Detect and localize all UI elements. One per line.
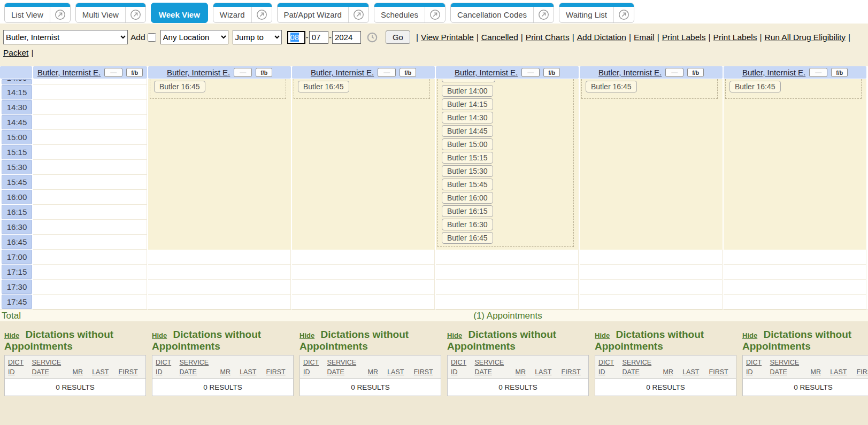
sort-link-service[interactable]: SERVICE xyxy=(179,358,220,367)
slot-button[interactable]: Butler 16:45 xyxy=(729,81,781,92)
link-print-labels[interactable]: Print Labels xyxy=(662,33,706,42)
slot-button[interactable]: Butler 16:15 xyxy=(442,205,493,217)
sort-link-service[interactable]: SERVICE xyxy=(474,358,515,367)
slot-button[interactable]: Butler 14:30 xyxy=(442,112,493,123)
fb-button[interactable]: f/b xyxy=(400,68,416,77)
clock-icon[interactable] xyxy=(366,32,378,43)
open-in-new-window-icon[interactable] xyxy=(614,9,634,20)
slot-button[interactable]: Butler 16:45 xyxy=(154,81,205,92)
sort-link-first[interactable]: FIRST xyxy=(709,367,733,377)
sort-link-id[interactable]: ID xyxy=(8,367,32,377)
slot-button-clipped[interactable] xyxy=(442,79,495,82)
sort-link-mr[interactable]: MR xyxy=(220,367,240,377)
provider-link[interactable]: Butler, Internist E. xyxy=(37,68,101,77)
sort-link-first[interactable]: FIRST xyxy=(562,367,586,377)
sort-link-service[interactable]: SERVICE xyxy=(770,358,810,367)
fb-button[interactable]: f/b xyxy=(543,68,560,77)
sort-link-dict[interactable]: DICT xyxy=(746,358,770,367)
sort-link-dict[interactable]: DICT xyxy=(451,358,474,367)
slot-button[interactable]: Butler 16:45 xyxy=(442,232,493,244)
fb-button[interactable]: f/b xyxy=(831,68,848,77)
sort-link-date[interactable]: DATE xyxy=(770,367,810,377)
collapse-column-button[interactable]: — xyxy=(378,68,396,77)
add-checkbox[interactable] xyxy=(148,33,156,42)
tab-wizard[interactable]: Wizard xyxy=(213,3,272,23)
collapse-column-button[interactable]: — xyxy=(809,68,827,77)
fb-button[interactable]: f/b xyxy=(687,68,704,77)
sort-link-first[interactable]: FIRST xyxy=(857,367,868,377)
sort-link-last[interactable]: LAST xyxy=(830,367,856,377)
date-day-field[interactable]: 07 xyxy=(309,31,328,44)
sort-link-date[interactable]: DATE xyxy=(474,367,515,377)
slot-button[interactable]: Butler 15:45 xyxy=(442,179,493,190)
link-print-labels[interactable]: Print Labels xyxy=(713,33,757,42)
sort-link-id[interactable]: ID xyxy=(598,367,622,377)
sort-link-date[interactable]: DATE xyxy=(179,367,220,377)
date-month-field[interactable]: 08 xyxy=(287,31,305,44)
slot-button[interactable]: Butler 15:30 xyxy=(442,165,493,177)
tab-multi-view[interactable]: Multi View xyxy=(75,3,146,23)
tab-list-view[interactable]: List View xyxy=(4,3,71,23)
sort-link-service[interactable]: SERVICE xyxy=(622,358,663,367)
link-packet[interactable]: Packet xyxy=(3,48,28,57)
tab-week-view[interactable]: Week View xyxy=(151,3,208,23)
hide-link[interactable]: Hide xyxy=(447,331,462,339)
sort-link-id[interactable]: ID xyxy=(746,367,770,377)
collapse-column-button[interactable]: — xyxy=(665,68,683,77)
sort-link-mr[interactable]: MR xyxy=(73,367,93,377)
fb-button[interactable]: f/b xyxy=(256,68,272,77)
sort-link-last[interactable]: LAST xyxy=(387,367,413,377)
link-email[interactable]: Email xyxy=(634,33,655,42)
provider-link[interactable]: Butler, Internist E. xyxy=(742,68,805,77)
date-year-field[interactable]: 2024 xyxy=(332,31,361,44)
sort-link-first[interactable]: FIRST xyxy=(266,367,290,377)
collapse-column-button[interactable]: — xyxy=(521,68,540,77)
link-view-printable[interactable]: View Printable xyxy=(421,33,474,42)
tab-waiting-list[interactable]: Waiting List xyxy=(559,3,634,23)
location-select[interactable]: Any Location xyxy=(160,30,228,44)
collapse-column-button[interactable]: — xyxy=(234,68,252,77)
hide-link[interactable]: Hide xyxy=(595,331,610,339)
slot-button[interactable]: Butler 15:00 xyxy=(442,138,493,150)
slot-button[interactable]: Butler 16:45 xyxy=(586,81,637,92)
open-in-new-window-icon[interactable] xyxy=(126,9,145,20)
slot-button[interactable]: Butler 14:45 xyxy=(442,125,493,137)
hide-link[interactable]: Hide xyxy=(742,331,757,339)
sort-link-last[interactable]: LAST xyxy=(92,367,118,377)
sort-link-last[interactable]: LAST xyxy=(240,367,266,377)
provider-link[interactable]: Butler, Internist E. xyxy=(598,68,662,77)
open-in-new-window-icon[interactable] xyxy=(425,9,445,20)
slot-button[interactable]: Butler 14:00 xyxy=(442,85,493,97)
fb-button[interactable]: f/b xyxy=(126,68,143,77)
sort-link-id[interactable]: ID xyxy=(303,367,327,377)
sort-link-service[interactable]: SERVICE xyxy=(327,358,367,367)
link-add-dictation[interactable]: Add Dictation xyxy=(577,33,626,42)
slot-button[interactable]: Butler 16:30 xyxy=(442,219,493,230)
go-button[interactable]: Go xyxy=(386,30,410,44)
sort-link-mr[interactable]: MR xyxy=(368,367,388,377)
sort-link-dict[interactable]: DICT xyxy=(303,358,327,367)
slot-button[interactable]: Butler 15:15 xyxy=(442,152,493,164)
provider-link[interactable]: Butler, Internist E. xyxy=(311,68,374,77)
link-cancelled[interactable]: Cancelled xyxy=(481,33,518,42)
provider-link[interactable]: Butler, Internist E. xyxy=(167,68,230,77)
sort-link-date[interactable]: DATE xyxy=(327,367,367,377)
sort-link-mr[interactable]: MR xyxy=(516,367,535,377)
open-in-new-window-icon[interactable] xyxy=(349,9,368,20)
hide-link[interactable]: Hide xyxy=(4,331,19,339)
provider-link[interactable]: Butler, Internist E. xyxy=(455,68,518,77)
sort-link-dict[interactable]: DICT xyxy=(156,358,179,367)
open-in-new-window-icon[interactable] xyxy=(50,9,70,20)
sort-link-service[interactable]: SERVICE xyxy=(32,358,72,367)
sort-link-first[interactable]: FIRST xyxy=(119,367,143,377)
link-run-all-drug-eligibility[interactable]: Run All Drug Eligibility xyxy=(764,33,846,42)
sort-link-dict[interactable]: DICT xyxy=(598,358,622,367)
slot-button[interactable]: Butler 16:00 xyxy=(442,192,493,204)
hide-link[interactable]: Hide xyxy=(299,331,314,339)
tab-cancellation-codes[interactable]: Cancellation Codes xyxy=(450,3,554,23)
provider-select[interactable]: Butler, Internist xyxy=(3,30,128,44)
sort-link-last[interactable]: LAST xyxy=(682,367,709,377)
link-print-charts[interactable]: Print Charts xyxy=(526,33,570,42)
tab-pat-appt-wizard[interactable]: Pat/Appt Wizard xyxy=(277,3,369,23)
slot-button[interactable]: Butler 16:45 xyxy=(298,81,349,92)
